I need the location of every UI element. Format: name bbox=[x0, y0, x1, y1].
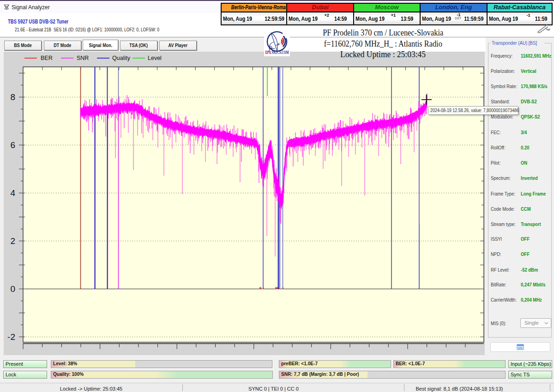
svg-text:2: 2 bbox=[10, 236, 15, 246]
svg-text:4: 4 bbox=[10, 188, 15, 198]
svg-text:6: 6 bbox=[10, 140, 15, 150]
svg-text:0: 0 bbox=[10, 284, 15, 294]
svg-text:8: 8 bbox=[10, 92, 15, 102]
svg-text:DX: DX bbox=[265, 50, 272, 55]
svg-text:-2: -2 bbox=[7, 332, 15, 342]
svg-text:SATCS.COM: SATCS.COM bbox=[272, 50, 289, 55]
